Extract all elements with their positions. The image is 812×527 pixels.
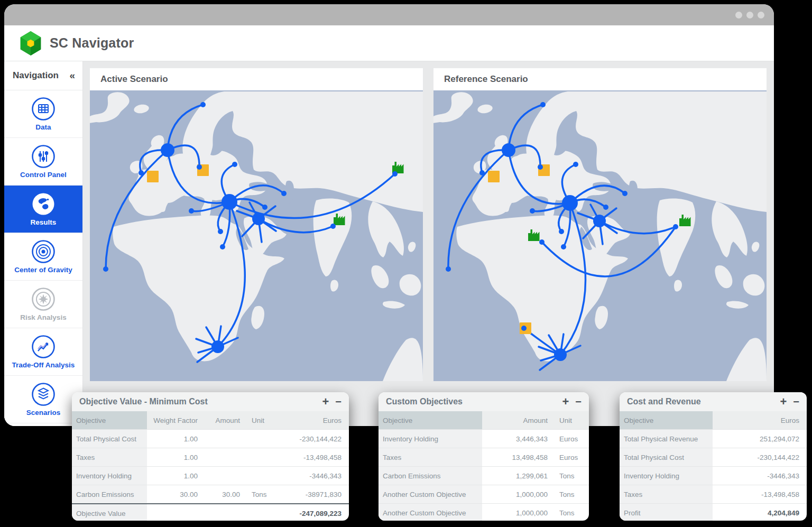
cell: 30.00 bbox=[205, 485, 247, 504]
hub-node[interactable] bbox=[502, 143, 515, 157]
sidebar-item-control-panel[interactable]: Control Panel bbox=[4, 138, 82, 186]
window-control-dot[interactable] bbox=[735, 12, 742, 19]
sidebar-item-trade-off-analysis[interactable]: Trade-Off Analysis bbox=[4, 328, 82, 376]
cell: -230,144,422 bbox=[284, 430, 349, 448]
cell: -247,089,223 bbox=[284, 504, 349, 521]
location-node[interactable] bbox=[281, 191, 287, 196]
column-header: Euros bbox=[713, 411, 807, 430]
location-node[interactable] bbox=[622, 191, 628, 196]
location-node[interactable] bbox=[521, 326, 527, 331]
cost-and-revenue-table: Cost and Revenue+−ObjectiveEurosTotal Ph… bbox=[620, 392, 807, 521]
cell: -38971,830 bbox=[284, 485, 349, 504]
location-node[interactable] bbox=[561, 244, 566, 249]
table-row: Objective Value-247,089,223 bbox=[72, 504, 349, 521]
cell: -13,498,458 bbox=[713, 485, 807, 504]
add-row-button[interactable]: + bbox=[322, 396, 329, 408]
location-node[interactable] bbox=[262, 205, 267, 210]
cell: Tons bbox=[555, 467, 589, 485]
table-row: Carbon Emissions30.0030.00Tons-38971,830 bbox=[72, 485, 349, 504]
cell: 251,294,072 bbox=[713, 430, 807, 448]
cell: Profit bbox=[620, 504, 713, 521]
add-row-button[interactable]: + bbox=[562, 396, 569, 408]
location-node[interactable] bbox=[392, 171, 398, 177]
location-node[interactable] bbox=[197, 164, 202, 170]
location-node[interactable] bbox=[673, 224, 678, 229]
table-row: Total Physical Cost-230,144,422 bbox=[620, 448, 807, 467]
warehouse-square-marker[interactable] bbox=[488, 171, 500, 182]
cell: Tons bbox=[247, 485, 284, 504]
cell: 1.00 bbox=[147, 448, 205, 467]
hub-node[interactable] bbox=[562, 195, 578, 211]
cell bbox=[205, 448, 247, 467]
cell: -3446,343 bbox=[713, 467, 807, 485]
remove-row-button[interactable]: − bbox=[575, 396, 582, 407]
location-node[interactable] bbox=[573, 162, 578, 167]
table-title: Custom Objectives bbox=[386, 397, 556, 406]
hub-node[interactable] bbox=[593, 215, 606, 227]
cell bbox=[247, 504, 284, 521]
remove-row-button[interactable]: − bbox=[335, 396, 342, 407]
objective-value-minimum-cost-table: Objective Value - Minimum Cost+−Objectiv… bbox=[72, 392, 349, 521]
column-header: Unit bbox=[555, 411, 589, 430]
results-globe-icon bbox=[31, 192, 56, 216]
location-node[interactable] bbox=[218, 229, 223, 234]
table-header-row: ObjectiveWeight FactorAmountUnitEuros bbox=[72, 411, 349, 430]
hub-node[interactable] bbox=[252, 212, 265, 225]
location-node[interactable] bbox=[220, 244, 225, 249]
world-map bbox=[90, 90, 423, 381]
cell: 1,000,000 bbox=[482, 485, 555, 504]
cell: 30.00 bbox=[147, 485, 205, 504]
location-node[interactable] bbox=[330, 224, 336, 229]
cell: 1,000,000 bbox=[482, 504, 555, 521]
column-header: Unit bbox=[247, 411, 284, 430]
cell: Euros bbox=[555, 448, 589, 467]
sidebar-item-results[interactable]: Results bbox=[4, 186, 82, 233]
column-header: Amount bbox=[482, 411, 555, 430]
location-node[interactable] bbox=[200, 102, 206, 107]
data-table: ObjectiveAmountUnitInventory Holding3,44… bbox=[379, 411, 589, 521]
panel-title: Reference Scenario bbox=[433, 68, 767, 90]
add-row-button[interactable]: + bbox=[780, 396, 787, 408]
location-node[interactable] bbox=[103, 266, 108, 272]
cell: Taxes bbox=[620, 485, 713, 504]
data-table: ObjectiveWeight FactorAmountUnitEurosTot… bbox=[72, 411, 349, 521]
warehouse-square-marker[interactable] bbox=[147, 171, 159, 182]
location-node[interactable] bbox=[540, 102, 546, 107]
hub-node[interactable] bbox=[222, 194, 237, 210]
location-node[interactable] bbox=[479, 170, 485, 175]
location-node[interactable] bbox=[189, 208, 194, 214]
hub-node[interactable] bbox=[211, 340, 224, 353]
window-control-dot[interactable] bbox=[746, 12, 753, 19]
table-row: Taxes1.00-13,498,458 bbox=[72, 448, 349, 467]
location-node[interactable] bbox=[539, 239, 545, 245]
risk-analysis-icon bbox=[31, 287, 56, 311]
remove-row-button[interactable]: − bbox=[793, 396, 799, 407]
cell: Taxes bbox=[379, 448, 482, 467]
cell: 4,204,849 bbox=[713, 504, 807, 521]
location-node[interactable] bbox=[446, 266, 451, 272]
cell: -3446,343 bbox=[284, 467, 349, 485]
hub-node[interactable] bbox=[554, 348, 567, 361]
cell: Carbon Emissions bbox=[72, 485, 147, 504]
location-node[interactable] bbox=[538, 164, 543, 170]
collapse-sidebar-button[interactable]: « bbox=[69, 70, 75, 81]
location-node[interactable] bbox=[603, 205, 608, 210]
cell: 1.00 bbox=[147, 467, 205, 485]
column-header: Objective bbox=[379, 411, 482, 430]
window-titlebar bbox=[4, 4, 774, 25]
location-node[interactable] bbox=[530, 208, 535, 214]
column-header: Weight Factor bbox=[147, 411, 205, 430]
hub-node[interactable] bbox=[161, 143, 174, 157]
location-node[interactable] bbox=[139, 170, 144, 175]
column-header: Euros bbox=[284, 411, 349, 430]
sidebar-item-center-of-gravity[interactable]: Center of Gravity bbox=[4, 233, 82, 281]
app-header: SC Navigator bbox=[4, 25, 774, 61]
table-title: Objective Value - Minimum Cost bbox=[79, 397, 316, 406]
window-control-dot[interactable] bbox=[758, 12, 764, 19]
sidebar-item-data[interactable]: Data bbox=[4, 90, 82, 138]
cell: Tons bbox=[555, 504, 589, 521]
location-node[interactable] bbox=[232, 162, 237, 167]
sidebar-item-scenarios[interactable]: Scenarios bbox=[4, 376, 82, 423]
location-node[interactable] bbox=[559, 229, 564, 234]
table-row: Total Physical Cost1.00-230,144,422 bbox=[72, 430, 349, 448]
